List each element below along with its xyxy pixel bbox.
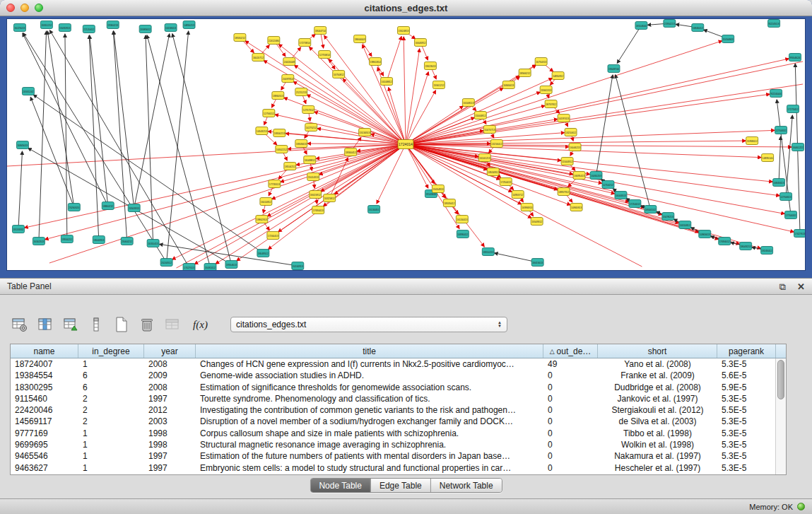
table-settings-button[interactable] xyxy=(10,315,29,334)
graph-node[interactable]: 20551212 xyxy=(40,21,52,29)
table-row[interactable]: 911546021997Tourette syndrome. Phenomeno… xyxy=(11,393,786,404)
table-row[interactable]: 1938455462009Genome-wide association stu… xyxy=(11,370,786,381)
graph-node[interactable]: 15014313 xyxy=(307,173,319,181)
graph-node[interactable]: 16996412 xyxy=(457,230,469,238)
column-header-in-degree[interactable]: in_degree xyxy=(78,344,144,358)
graph-node[interactable]: 18310213 xyxy=(482,248,494,256)
graph-node[interactable]: 16846012 xyxy=(692,24,704,32)
graph-node[interactable]: 16048812 xyxy=(304,156,316,164)
graph-node[interactable]: 19133332 xyxy=(12,226,24,233)
zoom-window-button[interactable] xyxy=(35,4,43,12)
graph-node[interactable]: 16134413 xyxy=(456,216,468,223)
function-builder-button[interactable]: f(x) xyxy=(188,315,213,334)
graph-node[interactable]: 19554212 xyxy=(61,235,73,243)
graph-node[interactable]: 14850213 xyxy=(183,21,195,29)
graph-node[interactable]: 13210612 xyxy=(565,129,577,136)
table-row[interactable]: 977716911998Corpus callosum shape and si… xyxy=(11,428,786,439)
table-row[interactable]: 1456911722003Disruption of a novel membe… xyxy=(11,416,786,427)
graph-node[interactable]: 12704212 xyxy=(602,181,614,189)
graph-node[interactable]: 18415613 xyxy=(531,259,543,267)
graph-node[interactable]: 17694413 xyxy=(312,206,324,214)
graph-node[interactable]: 14275212 xyxy=(305,124,317,132)
graph-node[interactable]: 18544102 xyxy=(645,206,657,214)
graph-node[interactable]: 22120412 xyxy=(83,25,95,33)
graph-node[interactable]: 17427613 xyxy=(794,230,805,238)
graph-node[interactable]: 17427013 xyxy=(183,264,195,271)
graph-node[interactable]: 16846413 xyxy=(502,81,514,89)
graph-node[interactable]: 15134513 xyxy=(359,129,371,136)
graph-node[interactable]: 15561313 xyxy=(540,86,552,94)
new-table-button[interactable] xyxy=(112,315,131,334)
table-row[interactable]: 946362711997Embryonic stem cells: a mode… xyxy=(11,462,786,474)
graph-node[interactable]: 19245012 xyxy=(761,247,773,255)
graph-node[interactable]: 19861814 xyxy=(370,58,382,66)
graph-node[interactable]: 11544912 xyxy=(561,158,573,165)
column-header-year[interactable]: year xyxy=(144,344,196,358)
graph-node[interactable]: 18957912 xyxy=(558,188,570,196)
table-row[interactable]: 969969511998Structural magnetic resonanc… xyxy=(11,439,786,450)
column-header-short[interactable]: short xyxy=(598,344,717,358)
graph-node[interactable]: 9554624 xyxy=(789,54,801,62)
scrollbar-thumb[interactable] xyxy=(777,360,784,399)
graph-node[interactable]: 12757312 xyxy=(302,106,314,114)
graph-node[interactable]: 16302212 xyxy=(276,146,288,153)
graph-node[interactable]: 10965913 xyxy=(570,204,582,211)
graph-node[interactable]: 17254413 xyxy=(500,178,512,186)
graph-node[interactable]: 16020712 xyxy=(252,54,264,62)
graph-node[interactable]: 11054843 xyxy=(722,35,734,43)
graph-node[interactable]: 16996913 xyxy=(521,204,533,211)
graph-node[interactable]: 16044513 xyxy=(615,192,627,199)
graph-node[interactable]: 18044913 xyxy=(93,236,105,244)
graph-node[interactable]: 17273412 xyxy=(787,105,799,113)
graph-node[interactable]: 12704613 xyxy=(780,193,792,201)
graph-node[interactable]: 17264413 xyxy=(267,232,279,240)
graph-node[interactable]: 16310812 xyxy=(679,221,691,229)
graph-node[interactable]: 16461222 xyxy=(792,144,804,151)
graph-node[interactable]: 20505913 xyxy=(128,204,140,212)
graph-node[interactable]: 16750812 xyxy=(333,71,345,78)
graph-node[interactable]: 18534912 xyxy=(487,168,499,176)
graph-node[interactable]: 15958012 xyxy=(746,137,758,145)
graph-node[interactable]: 18566212 xyxy=(519,69,531,77)
tab-edge-table[interactable]: Edge Table xyxy=(371,479,431,492)
delete-table-button[interactable] xyxy=(137,315,156,334)
graph-node[interactable]: 15092412 xyxy=(204,264,216,271)
graph-node[interactable]: 18530212 xyxy=(234,34,246,42)
graph-node[interactable]: 16108812 xyxy=(381,78,393,86)
graph-node[interactable]: 19360213 xyxy=(107,21,119,29)
graph-node[interactable]: 10197413 xyxy=(558,115,570,122)
float-panel-icon[interactable]: ⧉ xyxy=(779,282,786,291)
graph-node[interactable]: 18664003 xyxy=(354,35,366,43)
graph-node[interactable]: 18049512 xyxy=(257,250,269,257)
graph-node[interactable]: 15134451 xyxy=(368,206,380,214)
graph-node[interactable]: 21954213 xyxy=(664,20,676,28)
graph-node[interactable]: 20244512 xyxy=(160,259,172,267)
graph-node[interactable]: 18309413 xyxy=(295,140,307,148)
graph-node[interactable]: 18415912 xyxy=(310,191,322,199)
column-header-name[interactable]: name xyxy=(11,344,78,358)
graph-node[interactable]: 16108113 xyxy=(462,99,474,107)
graph-node[interactable]: 16750313 xyxy=(535,58,547,66)
graph-node[interactable]: 16302513 xyxy=(33,238,45,245)
graph-node[interactable]: 16014812 xyxy=(260,198,272,206)
window-titlebar[interactable]: citations_edges.txt xyxy=(0,0,812,16)
graph-node[interactable]: 13216012 xyxy=(490,140,502,148)
graph-node[interactable]: 24420048 xyxy=(283,58,295,66)
table-select[interactable]: citations_edges.txt ▲▼ xyxy=(230,317,507,332)
graph-node[interactable]: 16310413 xyxy=(147,240,159,247)
graph-node[interactable]: 17735513 xyxy=(269,180,281,188)
graph-node[interactable]: 18104212 xyxy=(284,163,296,170)
close-window-button[interactable] xyxy=(6,4,15,12)
graph-node[interactable]: 16845613 xyxy=(773,179,785,187)
graph-node[interactable]: 16646912 xyxy=(414,39,426,47)
row-selector-button[interactable] xyxy=(86,315,105,334)
graph-node[interactable]: 18860513 xyxy=(272,92,284,100)
graph-node[interactable]: 17273814 xyxy=(299,39,311,47)
graph-node[interactable]: 17254012 xyxy=(629,200,641,208)
table-panel-header[interactable]: Table Panel ⧉ ✕ xyxy=(0,278,812,295)
graph-node[interactable]: 9224044 xyxy=(770,90,782,98)
graph-node[interactable]: 9224513 xyxy=(768,20,780,28)
minimize-window-button[interactable] xyxy=(20,4,29,12)
graph-node[interactable]: 15092813 xyxy=(59,24,71,32)
graph-node[interactable]: 19619013 xyxy=(424,62,436,70)
